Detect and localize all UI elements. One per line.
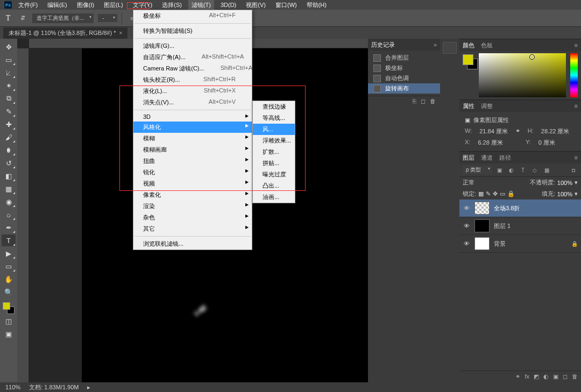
filter-toggle-icon[interactable]: ◘	[569, 166, 578, 174]
type-tool[interactable]: T	[2, 234, 16, 246]
menu-type[interactable]: 文字(Y)	[130, 0, 156, 10]
history-item[interactable]: 旋转画布	[368, 83, 440, 94]
gradient-tool[interactable]: ▦	[2, 183, 16, 195]
menu-item-pixelate[interactable]: 像素化	[133, 189, 252, 201]
filter-smart-icon[interactable]: ▦	[542, 166, 551, 174]
doc-info[interactable]: 文档: 1.83M/1.90M	[29, 383, 79, 391]
menu-item-find-edges[interactable]: 查找边缘	[253, 101, 295, 112]
visibility-icon[interactable]: 👁	[463, 240, 470, 247]
properties-tab[interactable]: 属性	[463, 102, 474, 110]
menu-item-convert-smart[interactable]: 转换为智能滤镜(S)	[133, 25, 252, 37]
menu-view[interactable]: 视图(V)	[243, 0, 269, 10]
menu-item-emboss[interactable]: 浮雕效果...	[253, 135, 295, 146]
shape-tool[interactable]: ▭	[2, 260, 16, 272]
filter-adjust-icon[interactable]: ◐	[507, 166, 515, 174]
menu-layer[interactable]: 图层(L)	[101, 0, 126, 10]
chevron-right-icon[interactable]: ▸	[87, 384, 90, 391]
panel-menu-icon[interactable]: ≡	[575, 42, 581, 48]
menu-item-3d[interactable]: 3D	[133, 112, 252, 122]
lock-transparency-icon[interactable]: ▩	[478, 190, 484, 197]
lasso-tool[interactable]: ⟀	[2, 67, 16, 79]
new-snapshot-icon[interactable]: ⎘	[413, 98, 416, 105]
lock-pixels-icon[interactable]: ✎	[486, 190, 491, 197]
menu-item-render[interactable]: 渲染	[133, 201, 252, 212]
group-icon[interactable]: ▣	[553, 373, 558, 380]
menu-item-oil-paint[interactable]: 油画...	[253, 191, 295, 203]
menu-help[interactable]: 帮助(H)	[303, 0, 330, 10]
layer-name[interactable]: 全场3.8折	[494, 204, 520, 212]
fg-bg-swatch[interactable]	[3, 302, 15, 314]
layer-style-icon[interactable]: fx	[525, 373, 529, 380]
menu-item-diffuse[interactable]: 扩散...	[253, 146, 295, 158]
history-tab[interactable]: 历史记录	[371, 41, 395, 49]
menu-item-noise[interactable]: 杂色	[133, 212, 252, 223]
visibility-icon[interactable]: 👁	[463, 205, 470, 211]
layer-row[interactable]: 👁 背景 🔒	[459, 235, 581, 253]
marquee-tool[interactable]: ▭	[2, 54, 16, 66]
x-value[interactable]: 6.28 厘米	[478, 139, 502, 147]
zoom-level[interactable]: 110%	[5, 384, 20, 390]
layers-tab[interactable]: 图层	[463, 154, 474, 162]
blur-tool[interactable]: ◉	[2, 196, 16, 208]
path-select-tool[interactable]: ▶	[2, 247, 16, 259]
width-value[interactable]: 21.84 厘米	[479, 127, 508, 136]
close-tab-icon[interactable]: ×	[119, 30, 122, 36]
lock-position-icon[interactable]: ✥	[493, 190, 498, 197]
pen-tool[interactable]: ✒	[2, 222, 16, 233]
menu-item-last-filter[interactable]: 极坐标 Alt+Ctrl+F	[133, 10, 252, 22]
stamp-tool[interactable]: ⧯	[2, 144, 16, 156]
collapsed-panel-icon[interactable]	[443, 42, 457, 54]
layer-name[interactable]: 图层 1	[494, 222, 511, 230]
menu-item-distort[interactable]: 扭曲	[133, 155, 252, 167]
delete-history-icon[interactable]: 🗑	[430, 98, 436, 105]
color-tab[interactable]: 颜色	[463, 41, 474, 49]
menu-item-filter-gallery[interactable]: 滤镜库(G)...	[133, 40, 252, 52]
history-item[interactable]: 自动色调	[368, 73, 440, 83]
layer-name[interactable]: 背景	[494, 240, 506, 248]
visibility-icon[interactable]: 👁	[463, 223, 470, 229]
menu-file[interactable]: 文件(F)	[15, 0, 41, 10]
layer-mask-icon[interactable]: ◩	[534, 373, 539, 380]
chevron-down-icon[interactable]: ▾	[575, 179, 578, 186]
document-tab[interactable]: 未标题-1 @ 110% (全场3.8折, RGB/8#) * ×	[3, 27, 127, 39]
menu-item-tiles[interactable]: 拼贴...	[253, 158, 295, 169]
layer-row[interactable]: 👁 全场3.8折	[459, 199, 581, 217]
menu-3d[interactable]: 3D(D)	[217, 1, 239, 9]
menu-item-lens-correction[interactable]: 镜头校正(R)...Shift+Ctrl+R	[133, 74, 252, 85]
eraser-tool[interactable]: ◧	[2, 170, 16, 182]
layer-filter-kind[interactable]: ρ 类型	[463, 166, 492, 174]
menu-select[interactable]: 选择(S)	[159, 0, 185, 10]
layer-row[interactable]: 👁 图层 1	[459, 217, 581, 235]
link-layers-icon[interactable]: ⚭	[515, 373, 520, 380]
healing-tool[interactable]: ✚	[2, 118, 16, 130]
toggle-orientation-icon[interactable]: ⇵	[17, 13, 28, 24]
eyedropper-tool[interactable]: ✎	[2, 105, 16, 117]
menu-item-extrude[interactable]: 凸出...	[253, 180, 295, 191]
new-layer-icon[interactable]: ◻	[563, 373, 568, 380]
lock-all-icon[interactable]: 🔒	[507, 190, 515, 197]
menu-item-blur-gallery[interactable]: 模糊画廊	[133, 144, 252, 155]
menu-item-contour[interactable]: 等高线...	[253, 112, 295, 124]
menu-item-wind[interactable]: 风...	[253, 124, 295, 135]
menu-item-video[interactable]: 视频	[133, 178, 252, 189]
channels-tab[interactable]: 通道	[481, 154, 493, 162]
hue-slider[interactable]	[570, 53, 578, 97]
menu-item-camera-raw[interactable]: Camera Raw 滤镜(C)...Shift+Ctrl+A	[133, 63, 252, 74]
filter-pixel-icon[interactable]: ▣	[495, 166, 504, 174]
menu-item-adaptive-wide[interactable]: 自适应广角(A)...Alt+Shift+Ctrl+A	[133, 52, 252, 63]
move-tool[interactable]: ✥	[2, 41, 16, 53]
color-field[interactable]	[479, 53, 566, 97]
fill-value[interactable]: 100%	[557, 191, 572, 197]
adjustment-layer-icon[interactable]: ◐	[543, 373, 549, 380]
filter-shape-icon[interactable]: ◇	[530, 166, 539, 174]
delete-layer-icon[interactable]: 🗑	[572, 373, 578, 380]
hand-tool[interactable]: ✋	[2, 273, 16, 285]
paths-tab[interactable]: 路径	[499, 154, 511, 162]
panel-menu-icon[interactable]: ≡	[575, 103, 581, 109]
menu-item-solarize[interactable]: 曝光过度	[253, 169, 295, 180]
menu-item-other[interactable]: 其它	[133, 223, 252, 234]
blend-mode-select[interactable]: 正常	[463, 179, 500, 187]
brush-tool[interactable]: 🖌	[2, 131, 16, 143]
menu-item-vanishing-point[interactable]: 消失点(V)...Alt+Ctrl+V	[133, 97, 252, 108]
menu-filter[interactable]: 滤镜(T)	[188, 0, 214, 10]
